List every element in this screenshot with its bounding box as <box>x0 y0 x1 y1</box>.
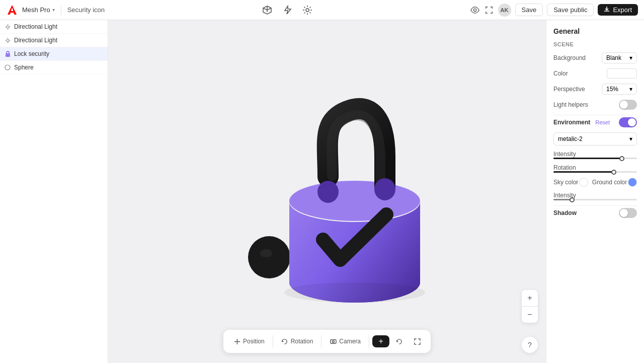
help-button[interactable]: ? <box>522 337 538 353</box>
rotation-button[interactable]: Rotation <box>276 335 318 347</box>
layer-visibility-1[interactable] <box>75 23 84 31</box>
position-label: Position <box>243 338 265 345</box>
svg-point-15 <box>260 249 272 257</box>
layer-item-directional-light-1[interactable]: Directional Light ✕ <box>0 20 108 34</box>
zoom-out-button[interactable]: − <box>522 307 538 323</box>
chevron-icon: ▾ <box>52 7 55 13</box>
layer-delete-3[interactable]: ✕ <box>96 50 104 58</box>
svg-point-3 <box>79 26 80 28</box>
scene-section-label: Scene <box>553 41 637 47</box>
environment-preset-chevron: ▾ <box>629 135 632 142</box>
environment-title: Environment <box>553 119 590 126</box>
perspective-value: 15% <box>606 86 618 93</box>
layer-visibility-3[interactable] <box>75 50 84 58</box>
layer-duplicate-2[interactable] <box>86 36 94 44</box>
rotation-slider[interactable] <box>553 171 637 173</box>
color-row: Color <box>553 68 637 79</box>
save-button[interactable]: Save <box>515 4 543 16</box>
eye-icon[interactable] <box>470 5 480 15</box>
topbar-separator <box>61 5 61 15</box>
environment-preset-dropdown[interactable]: metalic-2 ▾ <box>553 132 637 146</box>
layer-duplicate-3[interactable] <box>86 50 94 58</box>
layer-visibility-4[interactable] <box>75 63 84 71</box>
export-button[interactable]: Export <box>598 4 638 16</box>
position-button[interactable]: Position <box>228 335 270 347</box>
toolbar-sep-2 <box>321 335 321 347</box>
expand-icon[interactable] <box>484 5 494 15</box>
rotation-fill <box>553 171 614 173</box>
perspective-row: Perspective 15% ▾ <box>553 84 637 95</box>
svg-point-17 <box>289 181 420 221</box>
user-avatar[interactable]: AK <box>498 4 511 17</box>
sky-color-swatch[interactable] <box>579 178 588 187</box>
ground-color-label: Ground color <box>592 179 627 186</box>
effects-icon[interactable] <box>302 5 312 15</box>
lightning-icon[interactable] <box>282 5 292 15</box>
intensity2-slider-row: Intensity <box>553 192 637 200</box>
perspective-dropdown[interactable]: 15% ▾ <box>602 84 637 95</box>
environment-toggle[interactable] <box>619 117 637 127</box>
perspective-chevron: ▾ <box>629 86 632 93</box>
shadow-toggle[interactable] <box>619 208 637 218</box>
topbar: Mesh Pro ▾ Security icon <box>0 0 644 20</box>
zoom-in-button[interactable]: + <box>522 290 538 306</box>
camera-icon <box>330 338 337 345</box>
refresh-icon <box>395 338 403 345</box>
canvas-area[interactable]: Position Rotation Camera + <box>108 20 546 363</box>
layer-name-directional-light-2: Directional Light <box>14 37 72 44</box>
sky-color-label: Sky color <box>553 179 578 186</box>
lock-icon <box>4 50 11 57</box>
layer-delete-4[interactable]: ✕ <box>96 63 104 71</box>
scene-container <box>206 61 448 323</box>
svg-point-5 <box>7 39 9 42</box>
layer-visibility-2[interactable] <box>75 36 84 44</box>
toolbar-sep-3 <box>369 335 369 347</box>
background-dropdown[interactable]: Blank ▾ <box>602 52 637 63</box>
intensity-slider[interactable] <box>553 158 637 159</box>
svg-rect-4 <box>88 25 91 28</box>
intensity2-thumb[interactable] <box>570 197 575 202</box>
svg-point-14 <box>248 236 290 278</box>
background-value: Blank <box>606 54 621 61</box>
svg-rect-7 <box>88 39 91 42</box>
layer-delete-2[interactable]: ✕ <box>96 36 104 44</box>
environment-header: Environment Reset <box>553 117 637 127</box>
layer-delete-1[interactable]: ✕ <box>96 23 104 31</box>
intensity-thumb[interactable] <box>619 156 624 161</box>
ground-color-swatch[interactable] <box>628 178 637 187</box>
svg-rect-8 <box>6 53 10 57</box>
background-chevron: ▾ <box>629 54 632 61</box>
intensity2-slider[interactable] <box>553 199 637 200</box>
topbar-center-icons <box>109 5 466 15</box>
svg-point-1 <box>473 9 476 11</box>
environment-reset[interactable]: Reset <box>595 119 610 125</box>
help-icon: ? <box>528 341 532 349</box>
light-helpers-toggle[interactable] <box>619 100 637 110</box>
layer-name-directional-light-1: Directional Light <box>14 23 72 30</box>
layer-duplicate-4[interactable] <box>86 63 94 71</box>
save-public-button[interactable]: Save public <box>547 4 594 16</box>
refresh-button[interactable] <box>390 335 408 347</box>
lock-scene-svg <box>206 61 448 323</box>
environment-preset-value: metalic-2 <box>558 135 583 142</box>
resize-button[interactable] <box>409 335 426 347</box>
svg-point-20 <box>284 282 425 303</box>
layer-item-lock-security[interactable]: Lock security ✕ <box>0 47 108 61</box>
camera-button[interactable]: Camera <box>325 335 366 347</box>
add-button[interactable]: + <box>372 335 389 347</box>
color-picker[interactable] <box>607 68 637 79</box>
intensity-fill <box>553 158 622 159</box>
layer-item-directional-light-2[interactable]: Directional Light ✕ <box>0 34 108 47</box>
layer-name-sphere: Sphere <box>14 64 72 71</box>
project-selector[interactable]: Mesh Pro ▾ <box>22 6 55 14</box>
light-icon-2 <box>4 37 11 44</box>
rotation-label: Rotation <box>291 338 313 345</box>
rotation-thumb[interactable] <box>611 170 616 175</box>
cube-icon[interactable] <box>262 5 272 15</box>
shadow-label: Shadow <box>553 209 577 216</box>
layer-duplicate-1[interactable] <box>86 23 94 31</box>
shadow-knob <box>620 209 628 217</box>
perspective-label: Perspective <box>553 86 602 93</box>
layer-item-sphere[interactable]: Sphere ✕ <box>0 61 108 75</box>
resize-icon <box>414 338 421 345</box>
